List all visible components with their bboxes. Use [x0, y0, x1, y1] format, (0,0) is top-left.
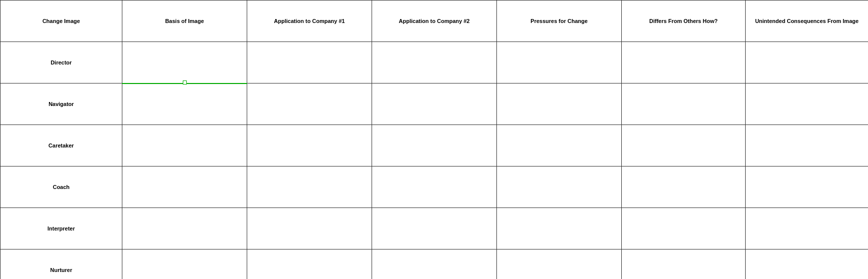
row-coach-unintended[interactable] — [746, 166, 868, 208]
row-interpreter-pressures[interactable] — [497, 208, 622, 250]
row-interpreter-basis[interactable] — [122, 208, 247, 250]
row-nurturer-unintended[interactable] — [746, 250, 868, 280]
row-navigator-label: Navigator — [0, 84, 122, 125]
row-caretaker-differs[interactable] — [622, 125, 746, 166]
header-change-image: Change Image — [0, 0, 122, 42]
row-interpreter-application-2[interactable] — [372, 208, 497, 250]
row-director-differs[interactable] — [622, 42, 746, 84]
row-navigator-application-2[interactable] — [372, 84, 497, 125]
table-row: Nurturer — [0, 250, 868, 280]
header-application-1: Application to Company #1 — [247, 0, 372, 42]
row-coach-basis[interactable] — [122, 166, 247, 208]
row-interpreter-unintended[interactable] — [746, 208, 868, 250]
table-row: Interpreter — [0, 208, 868, 250]
row-coach-application-1[interactable] — [247, 166, 372, 208]
row-interpreter-application-1[interactable] — [247, 208, 372, 250]
row-director-label: Director — [0, 42, 122, 84]
row-director-pressures[interactable] — [497, 42, 622, 84]
header-unintended-consequences: Unintended Consequences From Image — [746, 0, 868, 42]
row-nurturer-application-1[interactable] — [247, 250, 372, 280]
row-navigator-application-1[interactable] — [247, 84, 372, 125]
table-row: Caretaker — [0, 125, 868, 166]
row-navigator-basis[interactable] — [122, 84, 247, 125]
row-navigator-unintended[interactable] — [746, 84, 868, 125]
header-pressures-for-change: Pressures for Change — [497, 0, 622, 42]
row-coach-label: Coach — [0, 166, 122, 208]
row-navigator-differs[interactable] — [622, 84, 746, 125]
row-caretaker-unintended[interactable] — [746, 125, 868, 166]
table-row: Coach — [0, 166, 868, 208]
header-differs-from-others: Differs From Others How? — [622, 0, 746, 42]
row-director-unintended[interactable] — [746, 42, 868, 84]
row-caretaker-application-1[interactable] — [247, 125, 372, 166]
table-row: Director — [0, 42, 868, 84]
row-nurturer-pressures[interactable] — [497, 250, 622, 280]
row-interpreter-differs[interactable] — [622, 208, 746, 250]
row-caretaker-basis[interactable] — [122, 125, 247, 166]
header-application-2: Application to Company #2 — [372, 0, 497, 42]
row-nurturer-differs[interactable] — [622, 250, 746, 280]
row-director-application-2[interactable] — [372, 42, 497, 84]
row-coach-differs[interactable] — [622, 166, 746, 208]
row-coach-application-2[interactable] — [372, 166, 497, 208]
row-coach-pressures[interactable] — [497, 166, 622, 208]
row-nurturer-label: Nurturer — [0, 250, 122, 280]
row-caretaker-pressures[interactable] — [497, 125, 622, 166]
row-director-basis[interactable] — [122, 42, 247, 84]
row-nurturer-basis[interactable] — [122, 250, 247, 280]
row-nurturer-application-2[interactable] — [372, 250, 497, 280]
row-navigator-pressures[interactable] — [497, 84, 622, 125]
header-basis-of-image: Basis of Image — [122, 0, 247, 42]
row-director-application-1[interactable] — [247, 42, 372, 84]
row-caretaker-label: Caretaker — [0, 125, 122, 166]
table-row: Navigator — [0, 84, 868, 125]
row-interpreter-label: Interpreter — [0, 208, 122, 250]
change-image-table: Change Image Basis of Image Application … — [0, 0, 868, 279]
row-caretaker-application-2[interactable] — [372, 125, 497, 166]
